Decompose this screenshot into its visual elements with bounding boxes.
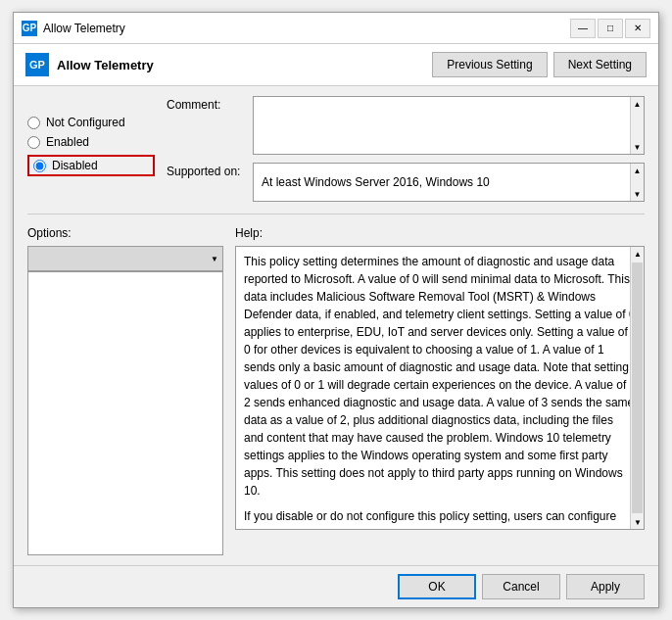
ok-button[interactable]: OK — [398, 574, 476, 599]
radio-disabled-input[interactable] — [33, 160, 46, 172]
comment-row: Comment: ▲ ▼ — [167, 96, 645, 155]
divider — [27, 214, 645, 215]
main-content: Not Configured Enabled Disabled Comment: — [14, 86, 658, 565]
top-section: Not Configured Enabled Disabled Comment: — [27, 96, 645, 202]
next-setting-button[interactable]: Next Setting — [553, 52, 647, 77]
comment-scroll-down[interactable]: ▼ — [631, 140, 645, 154]
minimize-button[interactable]: — — [570, 19, 596, 38]
supported-scroll-up[interactable]: ▲ — [631, 164, 645, 177]
radio-disabled-label: Disabled — [52, 159, 98, 172]
comment-label: Comment: — [167, 96, 245, 112]
dialog-window: GP Allow Telemetry — □ ✕ GP Allow Teleme… — [13, 12, 659, 608]
previous-setting-button[interactable]: Previous Setting — [432, 52, 547, 77]
options-dropdown[interactable]: ▼ — [27, 246, 223, 271]
options-area — [27, 271, 223, 555]
titlebar-controls: — □ ✕ — [570, 19, 650, 38]
supported-scrollbar[interactable]: ▲ ▼ — [630, 164, 644, 201]
footer: OK Cancel Apply — [14, 565, 658, 607]
help-label: Help: — [235, 226, 645, 240]
radio-not-configured-input[interactable] — [27, 117, 40, 129]
radio-enabled-input[interactable] — [27, 136, 40, 149]
right-panels: Comment: ▲ ▼ Supported on: At least Wind… — [167, 96, 645, 202]
help-scroll-down[interactable]: ▼ — [631, 515, 645, 529]
comment-scrollbar[interactable]: ▲ ▼ — [630, 97, 644, 154]
comment-textarea[interactable]: ▲ ▼ — [253, 96, 645, 155]
titlebar-icon: GP — [22, 21, 37, 36]
supported-box: At least Windows Server 2016, Windows 10… — [253, 163, 645, 202]
radio-not-configured-label: Not Configured — [46, 116, 125, 129]
comment-scroll-up[interactable]: ▲ — [631, 97, 645, 111]
titlebar-title: Allow Telemetry — [43, 22, 564, 35]
supported-scroll-down[interactable]: ▼ — [631, 187, 645, 201]
help-column: Help: This policy setting determines the… — [235, 226, 645, 555]
radio-disabled[interactable]: Disabled — [33, 159, 98, 172]
header-bar: GP Allow Telemetry Previous Setting Next… — [14, 44, 658, 86]
header-icon: GP — [25, 53, 49, 76]
radio-not-configured[interactable]: Not Configured — [27, 116, 155, 129]
cancel-button[interactable]: Cancel — [482, 574, 560, 599]
help-scrollbar[interactable]: ▲ ▼ — [630, 247, 644, 529]
help-text-box: This policy setting determines the amoun… — [235, 246, 645, 530]
close-button[interactable]: ✕ — [625, 19, 650, 38]
titlebar: GP Allow Telemetry — □ ✕ — [14, 13, 658, 44]
header-buttons: Previous Setting Next Setting — [432, 52, 647, 77]
help-paragraph-2: If you disable or do not configure this … — [244, 507, 636, 530]
options-label: Options: — [27, 226, 223, 240]
disabled-border: Disabled — [27, 155, 155, 176]
options-column: Options: ▼ — [27, 226, 223, 555]
apply-button[interactable]: Apply — [566, 574, 645, 599]
help-paragraph-1: This policy setting determines the amoun… — [244, 253, 636, 500]
bottom-section: Options: ▼ Help: This policy setting det… — [27, 226, 645, 555]
supported-row: Supported on: At least Windows Server 20… — [167, 163, 645, 202]
help-scroll-up[interactable]: ▲ — [631, 247, 645, 261]
dropdown-arrow-icon: ▼ — [211, 255, 218, 263]
maximize-button[interactable]: □ — [598, 19, 623, 38]
supported-label: Supported on: — [167, 163, 245, 178]
header-title: Allow Telemetry — [57, 58, 424, 72]
radio-enabled-label: Enabled — [46, 135, 89, 149]
supported-value: At least Windows Server 2016, Windows 10 — [262, 175, 636, 189]
radio-section: Not Configured Enabled Disabled — [27, 96, 155, 202]
radio-enabled[interactable]: Enabled — [27, 135, 155, 149]
